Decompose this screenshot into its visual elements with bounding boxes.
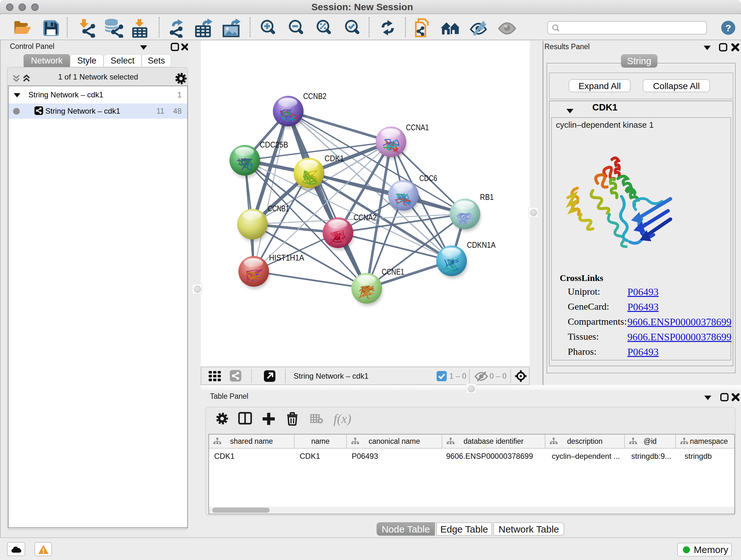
svg-text:CCNB1: CCNB1 xyxy=(268,204,289,213)
svg-text:CDC25B: CDC25B xyxy=(260,140,288,149)
svg-text:CCNA2: CCNA2 xyxy=(354,213,377,222)
svg-text:CDK1: CDK1 xyxy=(325,154,344,163)
svg-text:CCNE1: CCNE1 xyxy=(382,267,404,276)
svg-text:?: ? xyxy=(725,23,731,33)
svg-text:HIST1H1A: HIST1H1A xyxy=(269,253,304,262)
svg-text:RB1: RB1 xyxy=(480,192,494,201)
svg-text:CDC6: CDC6 xyxy=(419,174,437,183)
svg-text:CCNB2: CCNB2 xyxy=(303,91,327,101)
svg-text:CCNA1: CCNA1 xyxy=(406,123,429,132)
svg-text:CDKN1A: CDKN1A xyxy=(467,240,495,249)
